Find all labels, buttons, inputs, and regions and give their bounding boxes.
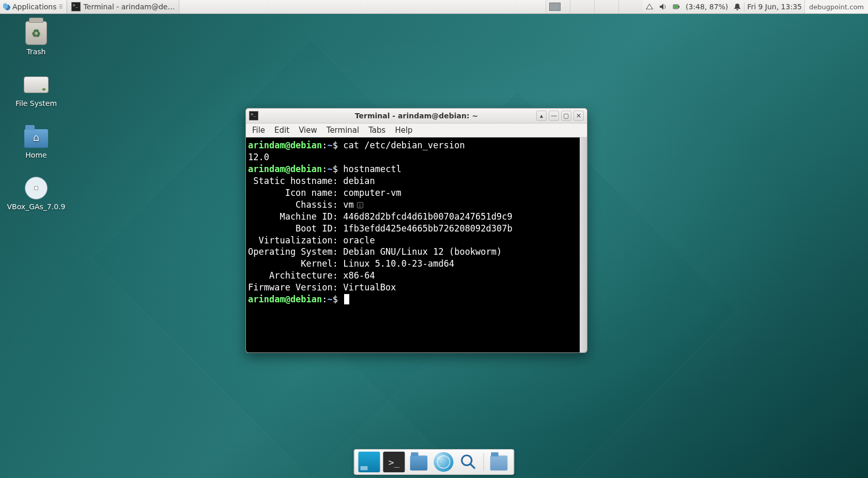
desktop-icon-filesystem[interactable]: File System — [10, 72, 62, 107]
desktop-icon-vbox[interactable]: VBox_GAs_7.0.9 — [10, 176, 62, 211]
menu-view[interactable]: View — [295, 125, 321, 136]
system-tray: (3:48, 87%) Fri 9 Jun, 13:35 — [643, 0, 804, 13]
top-panel: Applications ☰ Terminal - arindam@de… (3… — [0, 0, 868, 14]
desktop-icon-label: Trash — [27, 48, 46, 56]
trash-icon — [25, 21, 47, 45]
folder-icon — [410, 456, 428, 471]
dock-show-desktop[interactable] — [359, 452, 380, 472]
svg-point-3 — [462, 455, 472, 465]
menu-tabs[interactable]: Tabs — [364, 125, 390, 136]
applications-menu[interactable]: Applications ☰ — [0, 0, 67, 13]
window-titlebar[interactable]: Terminal - arindam@debian: ~ ▴ — ▢ ✕ — [246, 109, 587, 124]
menu-help[interactable]: Help — [391, 125, 416, 136]
window-title: Terminal - arindam@debian: ~ — [246, 112, 587, 120]
terminal-window[interactable]: Terminal - arindam@debian: ~ ▴ — ▢ ✕ Fil… — [245, 108, 587, 353]
globe-icon — [434, 452, 454, 472]
dock-web-browser[interactable] — [433, 452, 455, 472]
dock-separator — [484, 453, 484, 471]
menu-terminal[interactable]: Terminal — [322, 125, 363, 136]
taskbar-button-terminal[interactable]: Terminal - arindam@de… — [67, 0, 180, 13]
svg-rect-1 — [678, 6, 679, 8]
magnifier-icon — [460, 453, 477, 471]
dock-home-folder[interactable] — [488, 452, 510, 472]
battery-text: (3:48, 87%) — [683, 0, 731, 13]
clock[interactable]: Fri 9 Jun, 13:35 — [745, 0, 804, 13]
menu-file[interactable]: File — [248, 125, 269, 136]
desktop-icons: Trash File System Home VBox_GAs_7.0.9 — [10, 21, 62, 211]
volume-icon[interactable] — [656, 0, 670, 13]
menu-edit[interactable]: Edit — [270, 125, 293, 136]
svg-line-4 — [471, 464, 475, 469]
watermark: debugpoint.com — [804, 0, 868, 13]
dock-file-manager[interactable] — [408, 452, 430, 472]
terminal-output[interactable]: arindam@debian:~$ cat /etc/debian_versio… — [246, 137, 587, 352]
folder-icon — [490, 456, 508, 471]
desktop-icon-home[interactable]: Home — [10, 124, 62, 159]
workspace-switcher[interactable] — [546, 0, 643, 13]
taskbar-button-label: Terminal - arindam@de… — [84, 3, 175, 11]
window-app-icon — [249, 111, 258, 120]
window-minimize-button[interactable]: — — [549, 111, 559, 121]
window-maximize-button[interactable]: ▢ — [561, 111, 571, 121]
network-icon[interactable] — [643, 0, 656, 13]
xfce-logo-icon — [3, 3, 10, 10]
panel-spacer — [179, 0, 546, 13]
desktop-icon-label: Home — [25, 151, 47, 159]
battery-icon[interactable] — [670, 0, 683, 13]
workspace-2[interactable] — [570, 0, 594, 13]
workspace-1[interactable] — [546, 0, 570, 13]
applications-menu-label: Applications — [12, 3, 57, 11]
window-shade-button[interactable]: ▴ — [536, 111, 547, 121]
drive-icon — [24, 76, 49, 93]
terminal-scrollbar[interactable] — [580, 137, 587, 352]
svg-rect-2 — [674, 5, 678, 8]
disc-icon — [25, 177, 48, 199]
terminal-icon — [71, 2, 81, 11]
workspace-4[interactable] — [618, 0, 643, 13]
menu-chevron-icon: ☰ — [59, 4, 63, 9]
window-close-button[interactable]: ✕ — [574, 111, 584, 121]
desktop-icon-label: VBox_GAs_7.0.9 — [7, 203, 66, 211]
window-menubar: File Edit View Terminal Tabs Help — [246, 124, 587, 137]
notifications-icon[interactable] — [731, 0, 744, 13]
workspace-3[interactable] — [594, 0, 618, 13]
bottom-dock: >_ — [354, 449, 515, 475]
desktop-icon-label: File System — [16, 99, 57, 107]
dock-terminal[interactable]: >_ — [383, 452, 405, 472]
desktop-icon-trash[interactable]: Trash — [10, 21, 62, 56]
home-folder-icon — [24, 129, 48, 148]
dock-app-finder[interactable] — [458, 452, 479, 472]
